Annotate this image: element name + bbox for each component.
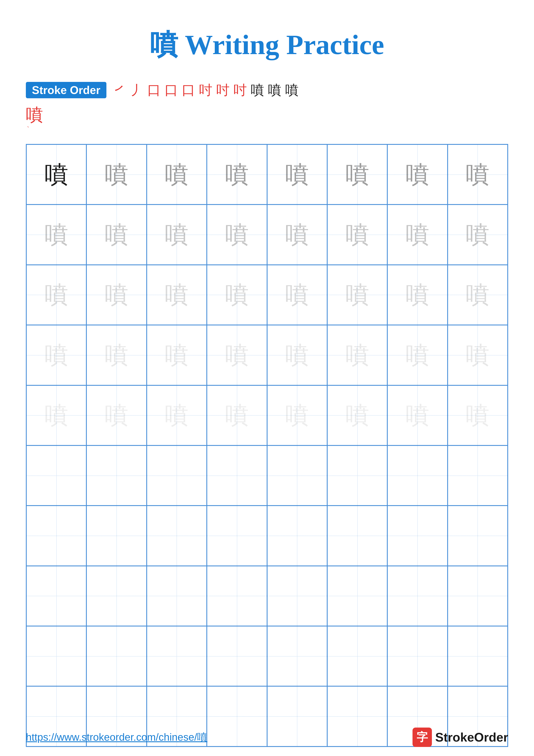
grid-cell[interactable] [267, 626, 327, 686]
cell-char: 噴 [45, 163, 68, 186]
grid-cell[interactable]: 噴 [147, 325, 207, 385]
grid-cell[interactable]: 噴 [87, 325, 146, 385]
cell-char: 噴 [165, 343, 189, 367]
grid-cell[interactable] [387, 446, 447, 505]
grid-cell[interactable] [147, 626, 207, 686]
grid-cell[interactable] [147, 446, 207, 505]
grid-cell[interactable] [207, 505, 267, 566]
cell-char: 噴 [345, 403, 369, 427]
grid-cell[interactable] [387, 505, 447, 566]
grid-cell[interactable]: 噴 [447, 325, 508, 385]
grid-cell[interactable]: 噴 [387, 265, 447, 325]
grid-cell[interactable]: 噴 [267, 204, 327, 265]
grid-cell[interactable]: 噴 [327, 265, 387, 325]
cell-char: 噴 [225, 283, 249, 307]
grid-cell[interactable]: 噴 [327, 204, 387, 265]
grid-cell[interactable] [267, 505, 327, 566]
brand-name: StrokeOrder [435, 730, 508, 744]
grid-cell[interactable]: 噴 [447, 385, 508, 446]
grid-cell[interactable]: 噴 [87, 204, 146, 265]
grid-cell[interactable] [147, 566, 207, 626]
seq-5: 口 [182, 81, 195, 99]
cell-char: 噴 [105, 163, 128, 186]
footer-url[interactable]: https://www.strokeorder.com/chinese/噴 [26, 730, 207, 744]
grid-cell[interactable]: 噴 [147, 145, 207, 204]
cell-char: 噴 [45, 283, 68, 307]
grid-cell[interactable]: 噴 [147, 204, 207, 265]
grid-cell[interactable]: 噴 [147, 265, 207, 325]
grid-cell[interactable] [447, 505, 508, 566]
grid-cell[interactable]: 噴 [447, 204, 508, 265]
grid-cell[interactable]: 噴 [387, 325, 447, 385]
seq-8: 吋 [234, 81, 247, 99]
grid-cell[interactable] [387, 566, 447, 626]
cell-char: 噴 [285, 403, 309, 427]
cell-char: 噴 [406, 283, 429, 307]
cell-char: 噴 [225, 163, 249, 186]
grid-cell[interactable] [327, 626, 387, 686]
grid-cell[interactable] [267, 446, 327, 505]
cell-char: 噴 [466, 343, 489, 367]
grid-cell[interactable]: 噴 [447, 145, 508, 204]
seq-6: 吋 [199, 81, 213, 99]
cell-char: 噴 [466, 223, 489, 247]
grid-cell[interactable] [387, 626, 447, 686]
grid-cell[interactable]: 噴 [327, 145, 387, 204]
grid-cell[interactable]: 噴 [327, 325, 387, 385]
cell-char: 噴 [406, 343, 429, 367]
grid-cell[interactable] [87, 446, 146, 505]
grid-cell[interactable]: 噴 [207, 204, 267, 265]
grid-cell[interactable]: 噴 [26, 325, 87, 385]
grid-cell[interactable]: 噴 [26, 385, 87, 446]
grid-cell[interactable]: 噴 [327, 385, 387, 446]
grid-cell[interactable]: 噴 [87, 265, 146, 325]
cell-char: 噴 [45, 403, 68, 427]
brand-icon: 字 [413, 728, 432, 747]
grid-cell[interactable]: 噴 [207, 385, 267, 446]
grid-cell[interactable]: 噴 [207, 265, 267, 325]
cell-char: 噴 [105, 223, 128, 247]
grid-cell[interactable]: 噴 [26, 145, 87, 204]
cell-char: 噴 [466, 163, 489, 186]
grid-cell[interactable]: 噴 [26, 265, 87, 325]
grid-cell[interactable]: 噴 [26, 204, 87, 265]
grid-cell[interactable]: 噴 [447, 265, 508, 325]
grid-cell[interactable] [447, 566, 508, 626]
grid-cell[interactable] [26, 626, 87, 686]
cell-char: 噴 [285, 223, 309, 247]
grid-cell[interactable] [327, 446, 387, 505]
grid-cell[interactable]: 噴 [267, 145, 327, 204]
grid-cell[interactable] [87, 505, 146, 566]
grid-cell[interactable] [327, 566, 387, 626]
cell-char: 噴 [165, 223, 189, 247]
grid-cell[interactable]: 噴 [207, 325, 267, 385]
grid-cell[interactable] [87, 626, 146, 686]
grid-cell[interactable] [207, 566, 267, 626]
seq-2: ㇓ [130, 81, 143, 99]
grid-cell[interactable]: 噴 [387, 145, 447, 204]
grid-cell[interactable] [447, 446, 508, 505]
grid-cell[interactable] [26, 505, 87, 566]
grid-cell[interactable] [447, 626, 508, 686]
grid-cell[interactable]: 噴 [147, 385, 207, 446]
grid-cell[interactable]: 噴 [207, 145, 267, 204]
grid-cell[interactable] [207, 446, 267, 505]
grid-cell[interactable]: 噴 [87, 145, 146, 204]
grid-cell[interactable]: 噴 [87, 385, 146, 446]
grid-cell[interactable] [87, 566, 146, 626]
grid-cell[interactable] [147, 505, 207, 566]
grid-cell[interactable]: 噴 [267, 265, 327, 325]
cell-char: 噴 [45, 223, 68, 247]
grid-cell[interactable] [327, 505, 387, 566]
grid-cell[interactable] [26, 566, 87, 626]
grid-cell[interactable]: 噴 [267, 325, 327, 385]
grid-cell[interactable]: 噴 [387, 204, 447, 265]
grid-cell[interactable]: 噴 [387, 385, 447, 446]
grid-cell[interactable]: 噴 [267, 385, 327, 446]
grid-cell[interactable] [207, 626, 267, 686]
stroke-sequence: ㇒ ㇓ 口 口 口 吋 吋 吋 噴 噴 噴 [113, 81, 298, 99]
grid-cell[interactable] [267, 566, 327, 626]
seq-4: 口 [165, 81, 178, 99]
cell-char: 噴 [225, 343, 249, 367]
grid-cell[interactable] [26, 446, 87, 505]
